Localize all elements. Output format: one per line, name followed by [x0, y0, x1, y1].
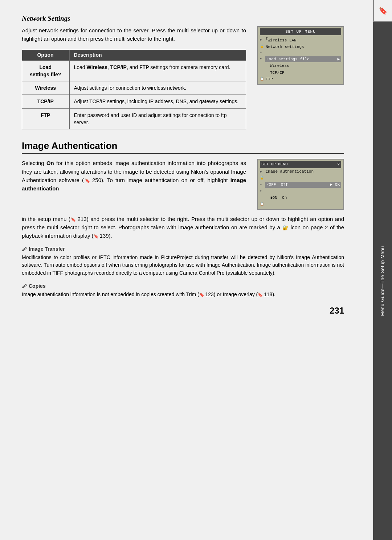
- note-copies-title: 🖊 Copies: [22, 283, 344, 289]
- side-tab: 🔖 Menu Guide—The Setup Menu: [373, 0, 392, 540]
- cs-item: TWireless LAN: [265, 36, 341, 43]
- camera-screen-box-2: SET UP MENU ? ▶ Image authentication 🔒: [257, 159, 344, 210]
- cs2-icon: 🔒: [260, 176, 265, 181]
- side-tab-top: 🔖: [373, 0, 392, 22]
- cs2-icon: 📋: [260, 202, 265, 207]
- cs2-icon: ✏: [260, 182, 265, 187]
- cs2-row: ▮ON On: [260, 194, 341, 202]
- cs-item: FTP: [265, 76, 341, 82]
- note-copies: 🖊 Copies Image authentication informatio…: [22, 283, 344, 299]
- cs-row: TCP/IP: [260, 69, 341, 76]
- cs-highlight-text: Load settings file: [266, 56, 310, 63]
- option-ftp: FTP: [41, 112, 50, 118]
- cs2-icon: ♦: [260, 189, 265, 194]
- cs-item: Wireless: [265, 63, 341, 69]
- table-row: Loadsettings file? Load Wireless, TCP/IP…: [22, 60, 246, 81]
- table-cell-option: Wireless: [22, 81, 69, 95]
- auth-layout: Selecting On for this option embeds imag…: [22, 159, 344, 210]
- option-tcpip: TCP/IP: [37, 98, 54, 104]
- cs-icon: 🔒: [260, 44, 265, 49]
- note-copies-title-text: Copies: [29, 283, 46, 289]
- cs-highlight-arrow: ▶: [337, 56, 340, 63]
- network-settings-section: Network Settings Adjust network settings…: [22, 15, 344, 129]
- cs-icon: ✏: [260, 51, 265, 56]
- ref-icon-2: 🔖: [70, 217, 77, 221]
- table-cell-option: Loadsettings file?: [22, 60, 69, 81]
- cs-icon: ♦: [260, 57, 265, 62]
- cs2-ok-arrow: ▶ OK: [330, 182, 340, 188]
- camera-screen-2: SET UP MENU ? ▶ Image authentication 🔒: [257, 159, 344, 210]
- cs2-item: Image authentication: [265, 169, 341, 175]
- table-row: TCP/IP Adjust TCP/IP settings, including…: [22, 95, 246, 108]
- cs2-row: 📋: [260, 201, 341, 207]
- auth-icon: 🔐: [282, 225, 289, 230]
- camera-screen-box-1: SET UP MENU ▶ TWireless LAN 🔒 Network se…: [257, 26, 344, 85]
- table-header-option: Option: [22, 50, 69, 60]
- side-tab-main: Menu Guide—The Setup Menu: [373, 22, 392, 540]
- cs-icon: ▶: [260, 37, 265, 43]
- cs2-row: ♦: [260, 188, 341, 194]
- table-row: FTP Enter password and user ID and adjus…: [22, 108, 246, 129]
- cs-row: ✏: [260, 50, 341, 56]
- table-cell-description: Enter password and user ID and adjust se…: [69, 108, 246, 129]
- option-load: Loadsettings file?: [30, 64, 61, 77]
- cs-row-highlighted: ♦ Load settings file ▶: [260, 56, 341, 63]
- network-layout: Adjust network settings for connection t…: [22, 26, 344, 129]
- table-cell-description: Adjust settings for connection to wirele…: [69, 81, 246, 95]
- note-image-transfer-text: Modifications to color profiles or IPTC …: [22, 254, 344, 277]
- ref-icon-1: 🔖: [84, 178, 91, 182]
- cs-item: Network settings: [265, 44, 341, 50]
- cs2-item: ▮ON On: [265, 195, 341, 201]
- options-table: Option Description Loadsettings file?: [22, 50, 246, 130]
- cs-row: 🔒 Network settings: [260, 44, 341, 51]
- cs2-icon: ▶: [260, 169, 265, 175]
- auth-continuation-text: in the setup menu (🔖 213) and press the …: [22, 215, 344, 240]
- table-header-description: Description: [69, 50, 246, 60]
- cs-row: Wireless: [260, 63, 341, 69]
- page-wrapper: 🔖 Menu Guide—The Setup Menu Network Sett…: [0, 0, 392, 540]
- note-image-transfer: 🖊 Image Transfer Modifications to color …: [22, 246, 344, 277]
- cs2-row: ▶ Image authentication: [260, 168, 341, 176]
- page-number: 231: [22, 306, 344, 316]
- table-cell-description: Load Wireless, TCP/IP, and FTP settings …: [69, 60, 246, 81]
- note-copies-icon: 🖊: [22, 283, 27, 289]
- bold-wireless: Wireless: [87, 64, 107, 70]
- image-authentication-section: Image Authentication Selecting On for th…: [22, 140, 344, 316]
- camera-screen-1: SET UP MENU ▶ TWireless LAN 🔒 Network se…: [257, 26, 344, 85]
- ref-icon-overlay: 🔖: [258, 292, 263, 297]
- note-copies-text: Image authentication information is not …: [22, 291, 344, 299]
- cs-item: TCP/IP: [265, 70, 341, 76]
- network-left: Adjust network settings for connection t…: [22, 26, 246, 129]
- cs2-off-text: ✓OFF Off: [266, 182, 288, 188]
- table-cell-option: TCP/IP: [22, 95, 69, 108]
- image-auth-menu-item: Image authentication: [22, 177, 246, 192]
- cs2-title: SET UP MENU: [261, 161, 288, 168]
- auth-left-text: Selecting On for this option embeds imag…: [22, 159, 246, 193]
- ref-icon-trim: 🔖: [199, 292, 204, 297]
- table-cell-description: Adjust TCP/IP settings, including IP add…: [69, 95, 246, 108]
- side-tab-text: Menu Guide—The Setup Menu: [380, 246, 386, 316]
- camera-screen-title-1: SET UP MENU: [260, 28, 341, 35]
- cs2-item-highlighted: ✓OFF Off ▶ OK: [265, 182, 341, 188]
- main-content: Network Settings Adjust network settings…: [0, 0, 373, 540]
- on-bold: On: [46, 160, 54, 166]
- bookmark-icon: 🔖: [379, 6, 388, 15]
- table-cell-option: FTP: [22, 108, 69, 129]
- cs-item-highlighted: Load settings file ▶: [265, 56, 341, 63]
- bold-tcpip: TCP/IP: [110, 64, 127, 70]
- ref-icon-3: 🔖: [94, 234, 99, 238]
- bold-ftp: FTP: [139, 64, 149, 70]
- table-row: Wireless Adjust settings for connection …: [22, 81, 246, 95]
- network-intro-text: Adjust network settings for connection t…: [22, 26, 246, 43]
- note-title-text: Image Transfer: [29, 246, 65, 252]
- note-icon: 🖊: [22, 246, 27, 252]
- cs2-row: 🔒: [260, 175, 341, 181]
- note-image-transfer-title: 🖊 Image Transfer: [22, 246, 344, 252]
- network-settings-heading: Network Settings: [22, 15, 344, 23]
- cs2-row-highlighted: ✏ ✓OFF Off ▶ OK: [260, 181, 341, 189]
- cs-icon: 📋: [260, 77, 265, 82]
- cs2-title-icon: ?: [337, 161, 340, 168]
- cs2-title-row: SET UP MENU ?: [260, 161, 341, 168]
- auth-body-para: Selecting On for this option embeds imag…: [22, 159, 246, 193]
- image-auth-heading: Image Authentication: [22, 140, 344, 154]
